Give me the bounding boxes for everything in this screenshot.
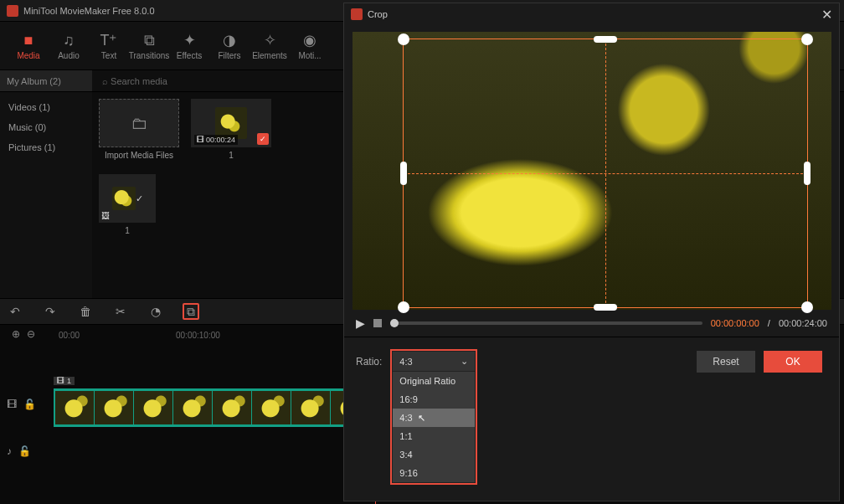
- seek-bar[interactable]: [390, 321, 702, 325]
- time-current: 00:00:00:00: [711, 318, 759, 328]
- crop-button[interactable]: ⧉: [183, 303, 199, 320]
- ratio-option-16-9[interactable]: 16:9: [393, 390, 475, 409]
- audio-track-header: ♪ 🔓: [7, 445, 31, 457]
- crop-handle-right[interactable]: [804, 162, 811, 185]
- ratio-dropdown-menu[interactable]: 4:3 ⌄ Original Ratio 16:9 4:3↖ 1:1 3:4 9…: [392, 351, 476, 483]
- ok-button[interactable]: OK: [764, 351, 822, 373]
- crop-handle-br[interactable]: [801, 301, 813, 313]
- video-track-icon: 🎞: [7, 399, 17, 410]
- elements-icon: ✧: [264, 31, 276, 49]
- media-clip-1[interactable]: 🎞00:00:24 ✓ 1: [191, 99, 271, 162]
- crop-gridline-v: [605, 39, 606, 307]
- checked-badge-icon: ✓: [136, 193, 143, 204]
- crop-handle-bl[interactable]: [398, 301, 409, 313]
- seek-knob[interactable]: [390, 319, 399, 327]
- image-thumbnail: [112, 187, 136, 210]
- crop-handle-tl[interactable]: [398, 33, 409, 45]
- sidebar-item-music[interactable]: Music (0): [0, 117, 92, 137]
- crop-preview[interactable]: [353, 32, 831, 310]
- music-note-icon: ♫: [63, 31, 75, 49]
- crop-handle-tr[interactable]: [801, 33, 813, 45]
- media-image-1[interactable]: 🖼 ✓ 1: [99, 174, 156, 238]
- tab-motion[interactable]: ◉ Moti...: [290, 22, 330, 69]
- close-button[interactable]: ✕: [821, 7, 832, 23]
- ratio-row: Ratio: 4:3 ⌄ Original Ratio 16:9 4:3↖ 1:…: [344, 337, 839, 379]
- lock-icon[interactable]: 🔓: [23, 399, 36, 410]
- time-total: 00:00:24:00: [779, 318, 827, 328]
- speed-button[interactable]: ◔: [147, 303, 164, 320]
- import-media-tile[interactable]: 🗀 Import Media Files: [99, 99, 179, 162]
- crop-region[interactable]: [403, 39, 808, 308]
- ratio-option-3-4[interactable]: 3:4: [393, 445, 475, 464]
- ratio-option-original[interactable]: Original Ratio: [393, 372, 475, 390]
- dialog-title: Crop: [368, 9, 388, 19]
- film-icon: 🎞: [197, 136, 204, 144]
- tab-audio[interactable]: ♫ Audio: [49, 22, 89, 69]
- delete-button[interactable]: 🗑: [77, 303, 94, 320]
- tab-transitions[interactable]: ⧉ Transitions: [129, 22, 169, 69]
- crop-handle-left[interactable]: [400, 162, 407, 185]
- dialog-title-bar: Crop ✕: [344, 3, 839, 25]
- folder-icon: 🗀: [131, 114, 147, 133]
- album-tab[interactable]: My Album (2): [0, 70, 92, 91]
- ratio-option-4-3[interactable]: 4:3↖: [393, 409, 475, 427]
- cursor-icon: ↖: [418, 413, 425, 424]
- ratio-option-1-1[interactable]: 1:1: [393, 427, 475, 445]
- ratio-selected-row[interactable]: 4:3 ⌄: [393, 352, 475, 372]
- tab-elements[interactable]: ✧ Elements: [250, 22, 290, 69]
- undo-button[interactable]: ↶: [7, 303, 23, 320]
- redo-button[interactable]: ↷: [42, 303, 59, 320]
- search-media[interactable]: ⌕ Search media: [102, 76, 167, 86]
- reset-button[interactable]: Reset: [697, 351, 755, 373]
- filters-icon: ◑: [223, 31, 236, 49]
- stop-button[interactable]: [373, 319, 382, 327]
- crop-handle-top[interactable]: [594, 36, 617, 43]
- media-panel: 🗀 Import Media Files 🎞00:00:24 ✓ 1 🖼 ✓ 1: [92, 92, 343, 298]
- crop-handle-bottom[interactable]: [594, 304, 617, 311]
- audio-track-icon: ♪: [7, 445, 12, 457]
- tab-filters[interactable]: ◑ Filters: [209, 22, 250, 69]
- tab-text[interactable]: T⁺ Text: [89, 22, 129, 69]
- video-track-header: 🎞 🔓: [7, 399, 36, 410]
- search-icon: ⌕: [102, 76, 111, 86]
- crop-dialog: Crop ✕ ▶ 00:00:00:00 / 00:00:24:00: [343, 3, 840, 501]
- app-logo-icon: [351, 8, 363, 20]
- album-sidebar: Videos (1) Music (0) Pictures (1): [0, 92, 92, 298]
- time-separator: /: [768, 318, 770, 328]
- split-button[interactable]: ✂: [112, 303, 129, 320]
- sidebar-item-videos[interactable]: Videos (1): [0, 97, 92, 117]
- clip-duration-badge: 🎞00:00:24: [194, 135, 238, 145]
- ratio-option-9-16[interactable]: 9:16: [393, 464, 475, 482]
- chevron-down-icon: ⌄: [461, 356, 468, 367]
- app-logo-icon: [7, 5, 18, 17]
- play-button[interactable]: ▶: [356, 316, 365, 330]
- image-icon: 🖼: [101, 211, 110, 220]
- ratio-label: Ratio:: [356, 351, 382, 368]
- app-title: MiniTool MovieMaker Free 8.0.0: [23, 6, 155, 16]
- effects-icon: ✦: [183, 31, 196, 49]
- playback-row: ▶ 00:00:00:00 / 00:00:24:00: [344, 310, 839, 337]
- text-icon: T⁺: [100, 31, 118, 49]
- lock-icon[interactable]: 🔓: [18, 445, 31, 457]
- motion-icon: ◉: [303, 31, 316, 49]
- sidebar-item-pictures[interactable]: Pictures (1): [0, 137, 92, 157]
- folder-icon: ■: [24, 31, 33, 49]
- tab-media[interactable]: ■ Media: [8, 22, 49, 69]
- checked-badge-icon: ✓: [257, 133, 269, 145]
- tab-effects[interactable]: ✦ Effects: [169, 22, 209, 69]
- transitions-icon: ⧉: [144, 31, 155, 49]
